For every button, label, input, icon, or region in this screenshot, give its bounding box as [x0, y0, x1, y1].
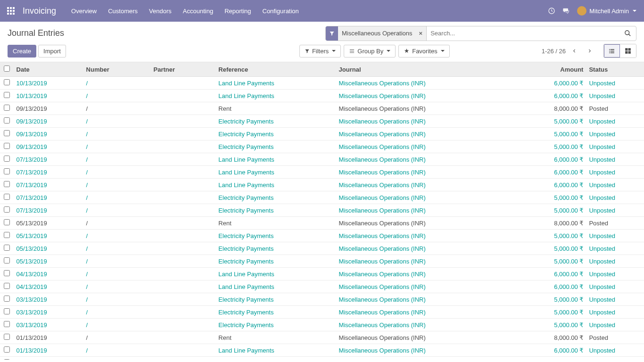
facet-remove-icon[interactable]: × — [415, 30, 427, 37]
cell-date[interactable]: 07/13/2019 — [17, 156, 47, 163]
cell-date[interactable]: 03/13/2019 — [17, 309, 47, 316]
table-row[interactable]: 07/13/2019/Electricity PaymentsMiscellan… — [0, 191, 644, 204]
cell-number[interactable]: / — [86, 296, 88, 303]
table-row[interactable]: 05/13/2019/Electricity PaymentsMiscellan… — [0, 242, 644, 255]
cell-amount[interactable]: 5,000.00 ₹ — [554, 309, 583, 316]
row-checkbox[interactable] — [4, 283, 10, 289]
row-checkbox[interactable] — [4, 321, 10, 327]
cell-amount[interactable]: 6,000.00 ₹ — [554, 169, 583, 176]
cell-journal[interactable]: Miscellaneous Operations (INR) — [339, 92, 426, 99]
table-row[interactable]: 01/13/2019/Land Line PaymentsMiscellaneo… — [0, 344, 644, 357]
cell-number[interactable]: / — [86, 80, 88, 87]
cell-number[interactable]: / — [86, 181, 88, 189]
cell-date[interactable]: 04/13/2019 — [17, 283, 47, 290]
cell-status[interactable]: Unposted — [589, 169, 615, 176]
cell-status[interactable]: Unposted — [589, 309, 615, 316]
row-checkbox[interactable] — [4, 257, 10, 263]
cell-number[interactable]: / — [86, 360, 88, 360]
row-checkbox[interactable] — [4, 232, 10, 238]
table-row[interactable]: 09/13/2019/Electricity PaymentsMiscellan… — [0, 128, 644, 140]
cell-journal[interactable]: Miscellaneous Operations (INR) — [339, 80, 426, 87]
cell-number[interactable]: / — [86, 131, 88, 138]
table-row[interactable]: 05/13/2019/Electricity PaymentsMiscellan… — [0, 230, 644, 242]
table-row[interactable]: 03/13/2019/Electricity PaymentsMiscellan… — [0, 319, 644, 331]
table-row[interactable]: 07/13/2019/Electricity PaymentsMiscellan… — [0, 204, 644, 217]
cell-status[interactable]: Unposted — [589, 207, 615, 214]
cell-amount[interactable]: 5,000.00 ₹ — [554, 296, 583, 303]
cell-reference[interactable]: Land Line Payments — [218, 347, 274, 354]
row-checkbox[interactable] — [4, 245, 10, 251]
cell-date[interactable]: 09/13/2019 — [17, 131, 47, 138]
row-checkbox[interactable] — [4, 181, 10, 187]
cell-status[interactable]: Unposted — [589, 92, 615, 99]
cell-journal[interactable]: Miscellaneous Operations (INR) — [339, 296, 426, 303]
cell-status[interactable]: Unposted — [589, 118, 615, 125]
row-checkbox[interactable] — [4, 219, 10, 225]
row-checkbox[interactable] — [4, 270, 10, 276]
table-row[interactable]: 01/13/2019/Electricity PaymentsMiscellan… — [0, 357, 644, 360]
search-bar[interactable]: Miscellaneous Operations × — [325, 26, 636, 41]
menu-vendors[interactable]: Vendors — [143, 1, 177, 21]
cell-status[interactable]: Unposted — [589, 181, 615, 189]
cell-journal[interactable]: Miscellaneous Operations (INR) — [339, 347, 426, 354]
cell-date[interactable]: 07/13/2019 — [17, 194, 47, 201]
cell-date[interactable]: 07/13/2019 — [17, 169, 47, 176]
cell-amount[interactable]: 5,000.00 ₹ — [554, 118, 583, 125]
cell-reference[interactable]: Electricity Payments — [218, 258, 273, 265]
col-date[interactable]: Date — [14, 62, 83, 77]
cell-status[interactable]: Unposted — [589, 360, 615, 360]
cell-date[interactable]: 03/13/2019 — [17, 321, 47, 329]
cell-number[interactable]: / — [86, 169, 88, 176]
col-status[interactable]: Status — [586, 62, 644, 77]
activities-icon[interactable] — [548, 7, 555, 15]
cell-status[interactable]: Unposted — [589, 194, 615, 201]
cell-reference[interactable]: Electricity Payments — [218, 118, 273, 125]
cell-reference[interactable]: Electricity Payments — [218, 245, 273, 252]
menu-customers[interactable]: Customers — [102, 1, 143, 21]
cell-reference[interactable]: Electricity Payments — [218, 143, 273, 150]
row-checkbox[interactable] — [4, 130, 10, 136]
pager-next[interactable] — [584, 44, 596, 58]
cell-date[interactable]: 07/13/2019 — [17, 181, 47, 189]
cell-status[interactable]: Unposted — [589, 156, 615, 163]
cell-reference[interactable]: Electricity Payments — [218, 232, 273, 239]
table-row[interactable]: 07/13/2019/Land Line PaymentsMiscellaneo… — [0, 166, 644, 179]
cell-date[interactable]: 09/13/2019 — [17, 118, 47, 125]
cell-status[interactable]: Unposted — [589, 347, 615, 354]
cell-date[interactable]: 05/13/2019 — [17, 232, 47, 239]
cell-reference[interactable]: Land Line Payments — [218, 92, 274, 99]
cell-reference[interactable]: Land Line Payments — [218, 181, 274, 189]
table-row[interactable]: 07/13/2019/Land Line PaymentsMiscellaneo… — [0, 153, 644, 166]
cell-journal[interactable]: Miscellaneous Operations (INR) — [339, 131, 426, 138]
cell-status[interactable]: Unposted — [589, 131, 615, 138]
cell-reference[interactable]: Electricity Payments — [218, 360, 273, 360]
cell-date[interactable]: 07/13/2019 — [17, 207, 47, 214]
col-partner[interactable]: Partner — [151, 62, 216, 77]
cell-journal[interactable]: Miscellaneous Operations (INR) — [339, 207, 426, 214]
table-row[interactable]: 04/13/2019/Land Line PaymentsMiscellaneo… — [0, 280, 644, 293]
cell-status[interactable]: Unposted — [589, 245, 615, 252]
cell-date[interactable]: 01/13/2019 — [17, 347, 47, 354]
cell-status[interactable]: Unposted — [589, 271, 615, 278]
cell-amount[interactable]: 5,000.00 ₹ — [554, 143, 583, 150]
col-amount[interactable]: Amount — [519, 62, 586, 77]
cell-amount[interactable]: 5,000.00 ₹ — [554, 321, 583, 329]
cell-journal[interactable]: Miscellaneous Operations (INR) — [339, 181, 426, 189]
table-row[interactable]: 05/13/2019/Electricity PaymentsMiscellan… — [0, 255, 644, 268]
cell-journal[interactable]: Miscellaneous Operations (INR) — [339, 245, 426, 252]
row-checkbox[interactable] — [4, 308, 10, 314]
row-checkbox[interactable] — [4, 194, 10, 200]
table-row[interactable]: 05/13/2019/RentMiscellaneous Operations … — [0, 217, 644, 230]
cell-number[interactable]: / — [86, 309, 88, 316]
cell-number[interactable]: / — [86, 271, 88, 278]
menu-overview[interactable]: Overview — [66, 1, 102, 21]
cell-reference[interactable]: Land Line Payments — [218, 169, 274, 176]
cell-status[interactable]: Unposted — [589, 232, 615, 239]
row-checkbox[interactable] — [4, 206, 10, 213]
row-checkbox[interactable] — [4, 296, 10, 302]
table-row[interactable]: 01/13/2019/RentMiscellaneous Operations … — [0, 331, 644, 344]
list-view-button[interactable] — [604, 44, 620, 58]
cell-date[interactable]: 01/13/2019 — [17, 360, 47, 360]
search-input[interactable] — [427, 30, 619, 37]
import-button[interactable]: Import — [38, 45, 66, 58]
